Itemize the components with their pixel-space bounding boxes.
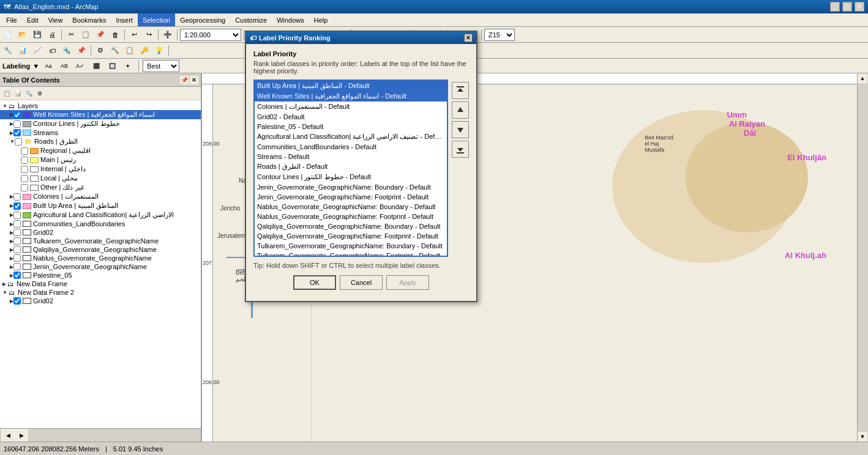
toc-item-grid02[interactable]: ▶ Grid02 (0, 228, 201, 237)
tb-open[interactable]: 📂 (16, 28, 29, 42)
move-up-button[interactable] (452, 102, 469, 119)
tb-tools11[interactable]: 💡 (152, 44, 166, 57)
toc-close[interactable]: ✕ (190, 76, 198, 84)
tb-tools3[interactable]: 📈 (31, 44, 44, 57)
cb-wellknown[interactable] (13, 111, 21, 119)
menu-insert[interactable]: Insert (111, 13, 138, 26)
menu-file[interactable]: File (1, 13, 22, 26)
cb-roads[interactable] (15, 138, 22, 146)
cb-contour[interactable] (13, 120, 21, 128)
toc-tb1[interactable]: 📋 (1, 88, 12, 99)
toc-item-main[interactable]: ▶ Main | رئيس (0, 155, 201, 165)
cb-communities[interactable] (13, 220, 21, 228)
toc-item-roads-group[interactable]: ▼ 📁 Roads | الطرق (0, 137, 201, 146)
tb-cut[interactable]: ✂ (64, 28, 78, 42)
list-item-0[interactable]: Built Up Area | المناطق المبنية - Defaul… (255, 81, 447, 91)
maximize-button[interactable]: □ (842, 2, 852, 12)
cb-local[interactable] (21, 175, 28, 182)
menu-edit[interactable]: Edit (22, 13, 43, 26)
toc-item-agri[interactable]: ▶ Agricultural Land Classification| الار… (0, 210, 201, 220)
cb-grid02[interactable] (13, 229, 21, 236)
cb-tulkarem[interactable] (13, 237, 21, 245)
minimize-button[interactable]: _ (830, 2, 840, 12)
lb-btn2[interactable]: AB (58, 59, 71, 73)
cancel-button[interactable]: Cancel (340, 275, 383, 290)
move-bottom-button[interactable] (452, 141, 469, 158)
cb-nablus[interactable] (13, 254, 21, 262)
toc-item-wellknown[interactable]: ▶ Well Known Sites | اسماء المواقع الجغر… (0, 110, 201, 119)
cb-grid02b[interactable] (13, 297, 21, 305)
toc-tb2[interactable]: 📊 (12, 88, 23, 99)
menu-selection[interactable]: Selection (138, 13, 175, 26)
list-item-16[interactable]: Tulkarem_Governorate_GeographicName: Bou… (255, 241, 447, 251)
tb-save[interactable]: 💾 (31, 28, 44, 42)
tb-add-data[interactable]: ➕ (161, 28, 174, 42)
tb-tools5[interactable]: 🔩 (60, 44, 73, 57)
tb-redo[interactable]: ↪ (142, 28, 155, 42)
toc-item-other[interactable]: ▶ Other | غير ذلك (0, 183, 201, 192)
toc-layers-group[interactable]: ▼ 🗂 Layers (0, 102, 201, 110)
menu-geoprocessing[interactable]: Geoprocessing (175, 13, 230, 26)
list-item-12[interactable]: Nablus_Governorate_GeographicName: Bound… (255, 202, 447, 212)
quality-select[interactable]: Best Fast (143, 60, 179, 72)
cb-jenin[interactable] (13, 263, 21, 270)
cb-palestine05[interactable] (13, 272, 21, 279)
tb-paste[interactable]: 📌 (94, 28, 107, 42)
cb-other[interactable] (21, 184, 28, 191)
lb-btn4[interactable]: ⬛ (89, 59, 103, 73)
cb-qalqiliya[interactable] (13, 246, 21, 253)
list-item-5[interactable]: Agricultural Land Classification| تصنيف … (255, 131, 447, 142)
list-item-11[interactable]: Jenin_Governorate_GeographicName: Footpr… (255, 192, 447, 202)
tb-print[interactable]: 🖨 (45, 28, 59, 42)
toc-item-newdataframe2[interactable]: ▼ 🗂 New Data Frame 2 (0, 288, 201, 297)
tb-tools1[interactable]: 🔧 (1, 44, 15, 57)
toc-item-tulkarem[interactable]: ▶ Tulkarem_Governorate_GeographicName (0, 237, 201, 245)
list-item-4[interactable]: Palestine_05 - Default (255, 122, 447, 131)
tb-tools9[interactable]: 📋 (123, 44, 137, 57)
move-down-button[interactable] (452, 121, 469, 138)
list-item-13[interactable]: Nablus_Governorate_GeographicName: Footp… (255, 212, 447, 221)
toc-scroll-right[interactable]: ▶ (15, 429, 28, 442)
list-item-17[interactable]: Tulkarem_Governorate_GeographicName: Foo… (255, 251, 447, 257)
toc-item-jenin[interactable]: ▶ Jenin_Governorate_GeographicName (0, 262, 201, 271)
tb-tools4[interactable]: 🏷 (45, 44, 59, 57)
tb-delete[interactable]: 🗑 (108, 28, 122, 42)
ok-button[interactable]: OK (293, 275, 336, 290)
toc-content[interactable]: ▼ 🗂 Layers ▶ Well Known Sites | اسماء ال… (0, 100, 201, 428)
list-item-2[interactable]: Colonies | المستعمرات - Default (255, 102, 447, 112)
menu-help[interactable]: Help (309, 13, 333, 26)
priority-list[interactable]: Built Up Area | المناطق المبنية - Defaul… (253, 80, 448, 257)
tb-tools8[interactable]: 🔨 (108, 44, 122, 57)
cb-internal[interactable] (21, 166, 28, 173)
lb-btn3[interactable]: A✓ (73, 59, 87, 73)
toc-item-colonies[interactable]: ▶ Colonies | المستعمرات (0, 192, 201, 201)
toc-item-internal[interactable]: ▶ Internal | داخلي (0, 165, 201, 174)
toc-item-qalqiliya[interactable]: ▶ Qalqiliya_Governorate_GeographicName (0, 245, 201, 254)
lb-btn1[interactable]: Aa (42, 59, 55, 73)
lb-btn6[interactable]: ✦ (121, 59, 135, 73)
dialog-titlebar[interactable]: 🏷 Label Priority Ranking ✕ (246, 32, 476, 44)
toc-pin[interactable]: 📌 (180, 76, 189, 84)
menu-customize[interactable]: Customize (230, 13, 272, 26)
list-item-10[interactable]: Jenin_Governorate_GeographicName: Bounda… (255, 182, 447, 192)
scale-selector[interactable]: 1:20,000 (180, 29, 241, 41)
list-item-14[interactable]: Qalqiliya_Governorate_GeographicName: Bo… (255, 221, 447, 231)
menu-view[interactable]: View (43, 13, 68, 26)
list-item-9[interactable]: Contour Lines | خطوط الكنتور - Default (255, 172, 447, 182)
toc-tb3[interactable]: 🔍 (23, 88, 34, 99)
toc-item-regional[interactable]: ▶ Regional | اقليمي (0, 146, 201, 155)
toc-scroll-left[interactable]: ◀ (1, 429, 15, 442)
rp-btn1[interactable]: ▲ (858, 73, 867, 83)
menu-bookmarks[interactable]: Bookmarks (67, 13, 111, 26)
menu-windows[interactable]: Windows (272, 13, 309, 26)
close-button[interactable]: ✕ (855, 2, 864, 12)
toc-tb4[interactable]: ⚙ (34, 88, 45, 99)
toc-item-streams[interactable]: ▶ Streams (0, 128, 201, 137)
move-top-button[interactable] (452, 82, 469, 99)
toc-item-grid02b[interactable]: ▶ Grid02 (0, 297, 201, 305)
list-item-7[interactable]: Streams - Default (255, 152, 447, 161)
toc-item-builtup[interactable]: ▶ Built Up Area | المناطق المبنية (0, 201, 201, 210)
list-item-1[interactable]: Well Known Sites | اسماء المواقع الجغراف… (255, 91, 447, 102)
tb-copy[interactable]: 📋 (79, 28, 92, 42)
list-item-8[interactable]: Roads | الطرق - Default (255, 161, 447, 172)
